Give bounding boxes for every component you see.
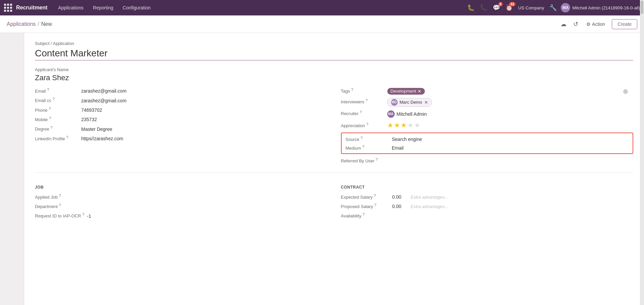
appreciation-stars[interactable]: ★ ★ ★ ★ ★ (387, 121, 420, 129)
topbar: Recruitment Applications Reporting Confi… (0, 0, 644, 15)
clock-badge: 43 (509, 2, 515, 6)
recruiter-value: MA Mitchell Admin (387, 110, 427, 118)
star-5[interactable]: ★ (414, 121, 420, 129)
tags-row: Tags ? Development ✕ (341, 88, 634, 95)
source-row: Source ? Search engine (346, 136, 629, 142)
scrollbar-thumb[interactable] (641, 1, 643, 14)
contract-section-header: CONTRACT (341, 185, 634, 190)
status-indicator (623, 89, 628, 94)
interviewers-label: Interviewers ? (341, 98, 385, 104)
referred-label: Referred By User ? (341, 157, 385, 163)
request-id-value: -1 (87, 213, 91, 219)
sidebar-left (0, 33, 24, 305)
job-column: JOB Applied Job ? Department ? Request I… (35, 178, 328, 222)
request-id-row: Request ID to IAP-OCR ? -1 (35, 212, 328, 218)
email-label: Email ? (35, 88, 79, 94)
action-label: Action (592, 21, 605, 27)
apps-menu-icon[interactable] (4, 4, 12, 12)
interviewer-name: Marc Demo (400, 100, 422, 105)
recruiter-container: MA Mitchell Admin (387, 110, 427, 118)
star-rating[interactable]: ★ ★ ★ ★ ★ (387, 121, 420, 129)
applicant-name-label: Applicant's Name (35, 67, 633, 72)
expected-salary-value: 0.00 (392, 194, 401, 200)
recruiter-name: Mitchell Admin (397, 111, 427, 117)
interviewer-tag[interactable]: MD Marc Demo ✕ (387, 98, 432, 107)
linkedin-label: LinkedIn Profile ? (35, 135, 79, 141)
nav-applications[interactable]: Applications (54, 4, 88, 12)
star-4[interactable]: ★ (407, 121, 413, 129)
chat-badge: 8 (498, 2, 503, 6)
phone-icon[interactable]: 📞 (479, 3, 489, 13)
nav-reporting[interactable]: Reporting (89, 4, 117, 12)
recruiter-label: Recruiter ? (341, 110, 385, 116)
bottom-two-col: JOB Applied Job ? Department ? Request I… (35, 178, 633, 222)
chat-icon[interactable]: 💬8 (491, 3, 501, 13)
mobile-value: 235732 (81, 117, 97, 122)
interviewer-close-icon[interactable]: ✕ (424, 100, 428, 105)
left-column: Email ? zarashez@gmail.com Email cc ? za… (35, 88, 328, 167)
topbar-right: 🐛 📞 💬8 ⏰43 US Company 🔧 MA Mitchell Admi… (466, 3, 640, 13)
subject-input[interactable] (35, 48, 633, 60)
expected-salary-row: Expected Salary ? 0.00 Extra advantages.… (341, 194, 634, 200)
breadcrumb-current: New (41, 21, 52, 27)
gear-icon: ⚙ (586, 21, 591, 27)
development-tag[interactable]: Development ✕ (387, 88, 425, 95)
tags-value: Development ✕ (387, 88, 425, 95)
toolbar-right: ☁ ↺ ⚙ Action Create (559, 19, 637, 29)
main-layout: Subject / Application Applicant's Name Z… (0, 33, 644, 305)
phone-value: 74693702 (81, 107, 102, 113)
nav-configuration[interactable]: Configuration (119, 4, 155, 12)
applied-job-label: Applied Job ? (35, 194, 79, 200)
email-cc-row: Email cc ? zarashez@gmail.com (35, 97, 328, 103)
tags-label: Tags ? (341, 88, 385, 94)
referred-row: Referred By User ? (341, 157, 634, 163)
expected-extra-advantages: Extra advantages... (411, 195, 448, 200)
refresh-icon[interactable]: ↺ (572, 19, 580, 29)
contract-column: CONTRACT Expected Salary ? 0.00 Extra ad… (341, 178, 634, 222)
department-label: Department ? (35, 203, 79, 209)
appreciation-row: Appreciation ? ★ ★ ★ ★ ★ (341, 121, 634, 129)
breadcrumb: Applications / New (7, 21, 559, 27)
user-avatar: MA (561, 3, 570, 12)
cloud-save-icon[interactable]: ☁ (559, 19, 568, 29)
recruiter-avatar: MA (387, 110, 395, 118)
expected-salary-label: Expected Salary ? (341, 194, 390, 200)
proposed-salary-label: Proposed Salary ? (341, 203, 390, 209)
recruiter-row: Recruiter ? MA Mitchell Admin (341, 110, 634, 118)
clock-icon[interactable]: ⏰43 (504, 3, 514, 13)
medium-row: Medium ? Email (346, 145, 629, 151)
interviewer-avatar: MD (391, 99, 398, 106)
availability-label: Availability ? (341, 212, 390, 218)
section-divider-job (35, 172, 633, 173)
email-row: Email ? zarashez@gmail.com (35, 88, 328, 94)
star-2[interactable]: ★ (394, 121, 400, 129)
tag-close-icon[interactable]: ✕ (417, 89, 422, 94)
linkedin-value: https//zarashez.com (81, 136, 123, 141)
phone-row: Phone ? 74693702 (35, 107, 328, 113)
star-1[interactable]: ★ (387, 121, 393, 129)
bug-icon[interactable]: 🐛 (466, 3, 476, 13)
company-name[interactable]: US Company (518, 5, 544, 10)
interviewers-value: MD Marc Demo ✕ (387, 98, 432, 107)
app-brand: Recruitment (16, 5, 47, 11)
star-3[interactable]: ★ (401, 121, 407, 129)
request-id-label: Request ID to IAP-OCR ? (35, 212, 84, 218)
action-button[interactable]: ⚙ Action (584, 20, 608, 28)
proposed-extra-advantages: Extra advantages... (411, 204, 448, 209)
wrench-icon[interactable]: 🔧 (548, 3, 558, 13)
degree-label: Degree ? (35, 125, 79, 132)
user-menu[interactable]: MA Mitchell Admin (21418909-16-0-all) (561, 3, 640, 12)
source-value: Search engine (392, 137, 422, 142)
breadcrumb-applications[interactable]: Applications (7, 21, 36, 27)
email-cc-value: zarashez@gmail.com (81, 98, 127, 103)
linkedin-row: LinkedIn Profile ? https//zarashez.com (35, 135, 328, 141)
phone-label: Phone ? (35, 107, 79, 113)
scrollbar[interactable] (640, 0, 644, 305)
source-label: Source ? (346, 136, 389, 142)
email-cc-label: Email cc ? (35, 97, 79, 103)
breadcrumb-separator: / (38, 21, 39, 27)
proposed-salary-row: Proposed Salary ? 0.00 Extra advantages.… (341, 203, 634, 209)
create-button[interactable]: Create (612, 19, 637, 29)
right-column: Tags ? Development ✕ Interviewers ? MD M… (341, 88, 634, 167)
mobile-row: Mobile ? 235732 (35, 116, 328, 122)
